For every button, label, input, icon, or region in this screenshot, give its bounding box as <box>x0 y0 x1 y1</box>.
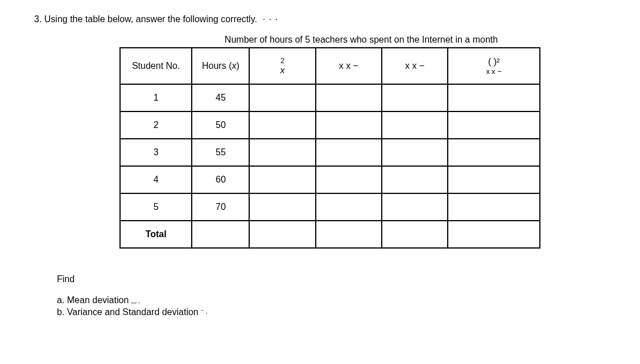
cell-c4 <box>316 193 382 221</box>
cell-c3 <box>249 139 315 166</box>
table-row: 2 50 <box>120 111 540 139</box>
cell-student-no: 3 <box>120 139 192 166</box>
cell-c6 <box>448 193 540 221</box>
cell-c5 <box>382 111 448 139</box>
table-header-row: Student No. Hours (x) 2 x x x − x x − ( … <box>120 48 540 84</box>
question-number: 3. <box>34 14 42 24</box>
cell-c3 <box>249 166 315 193</box>
header-xx-minus-1: x x − <box>316 48 382 84</box>
header-hours: Hours (x) <box>192 48 249 84</box>
cell-total-label: Total <box>120 221 192 248</box>
cell-c5 <box>382 84 448 111</box>
cell-c5 <box>382 139 448 166</box>
cell-student-no: 5 <box>120 193 192 221</box>
find-section: Find a. Mean deviation ⎵ . b. Variance a… <box>57 274 606 318</box>
cell-c6 <box>448 84 540 111</box>
cell-c4 <box>316 111 382 139</box>
sub-item-b: b. Variance and Standard deviation ¨ · <box>57 307 606 318</box>
table-row: 4 60 <box>120 166 540 193</box>
cell-c3 <box>249 111 315 139</box>
data-table: Student No. Hours (x) 2 x x x − x x − ( … <box>119 47 540 249</box>
cell-c6 <box>448 166 540 193</box>
cell-c6 <box>448 111 540 139</box>
cell-total-hours <box>192 221 249 248</box>
cell-hours: 60 <box>192 166 249 193</box>
sub-item-a: a. Mean deviation ⎵ . <box>57 295 606 307</box>
cell-student-no: 2 <box>120 111 192 139</box>
table-row: 3 55 <box>120 139 540 166</box>
table-row: 1 45 <box>120 84 540 111</box>
table-row: 5 70 <box>120 193 540 221</box>
cell-hours: 55 <box>192 139 249 166</box>
cell-student-no: 1 <box>120 84 192 111</box>
cell-c4 <box>316 139 382 166</box>
cell-total-c6 <box>448 221 540 248</box>
cell-hours: 50 <box>192 111 249 139</box>
cell-c6 <box>448 139 540 166</box>
header-x-squared: 2 x <box>249 48 315 84</box>
header-paren-squared: ( )² x x − <box>448 48 540 84</box>
header-student-no: Student No. <box>120 48 192 84</box>
cell-hours: 45 <box>192 84 249 111</box>
table-body: 1 45 2 50 3 55 <box>120 84 540 248</box>
cell-c5 <box>382 193 448 221</box>
table-total-row: Total <box>120 221 540 248</box>
question-body: Using the table below, answer the follow… <box>44 14 257 24</box>
cell-c5 <box>382 166 448 193</box>
cell-total-c4 <box>316 221 382 248</box>
table-container: Number of hours of 5 teachers who spent … <box>119 35 540 249</box>
question-prompt: 3. Using the table below, answer the fol… <box>34 14 606 24</box>
cell-c3 <box>249 193 315 221</box>
find-label: Find <box>57 274 606 284</box>
cell-c4 <box>316 166 382 193</box>
cell-c3 <box>249 84 315 111</box>
cell-student-no: 4 <box>120 166 192 193</box>
cell-hours: 70 <box>192 193 249 221</box>
cell-c4 <box>316 84 382 111</box>
cell-total-c3 <box>249 221 315 248</box>
cell-total-c5 <box>382 221 448 248</box>
table-caption: Number of hours of 5 teachers who spent … <box>119 35 540 45</box>
header-xx-minus-2: x x − <box>382 48 448 84</box>
